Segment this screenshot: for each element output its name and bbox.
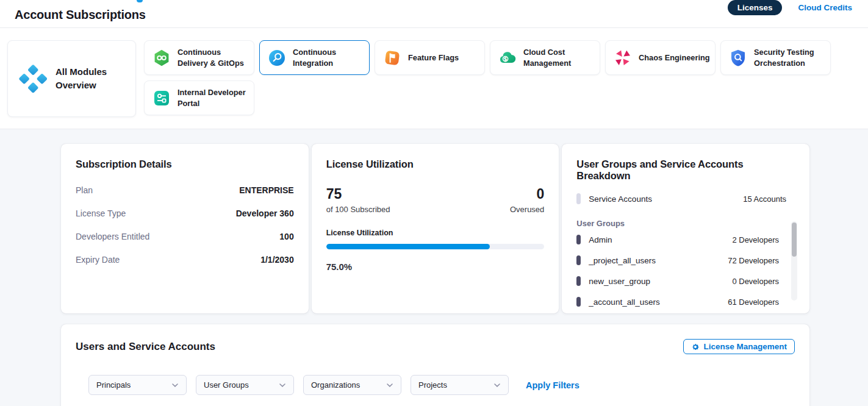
row-label: License Type xyxy=(76,208,126,218)
select-value: Principals xyxy=(96,380,131,390)
select-value: Organizations xyxy=(311,380,360,390)
user-groups-filter-select[interactable]: User Groups xyxy=(196,375,294,395)
module-tile-continuous-integration[interactable]: Continuous Integration xyxy=(259,40,370,75)
user-groups-heading: User Groups xyxy=(576,219,795,228)
row-value: ENTERPRISE xyxy=(239,185,293,195)
license-management-button[interactable]: License Management xyxy=(683,339,795,354)
all-modules-icon xyxy=(19,65,47,93)
groups-scrollbar[interactable] xyxy=(791,221,797,301)
utilization-progress-track xyxy=(326,244,545,249)
user-group-row: _project_all_users 72 Developers xyxy=(576,250,795,271)
overused-count: 0 xyxy=(510,186,544,202)
user-groups-list: Admin 2 Developers _project_all_users 72… xyxy=(576,229,795,312)
group-name: new_user_group xyxy=(589,277,650,286)
filters-row: Principals User Groups Organizations Pro… xyxy=(76,375,795,395)
summary-cards-row: Subscription Details Plan ENTERPRISE Lic… xyxy=(61,144,809,313)
page-title: Account Subscriptions xyxy=(15,8,146,22)
group-marker xyxy=(576,297,581,307)
cd-gitops-icon xyxy=(152,49,171,67)
license-utilization-title: License Utilization xyxy=(326,158,545,170)
module-tile-chaos-engineering[interactable]: Chaos Engineering xyxy=(605,40,716,75)
user-group-row: Admin 2 Developers xyxy=(576,229,795,250)
groups-scrollbar-thumb[interactable] xyxy=(792,223,797,257)
overused-caption: Overused xyxy=(510,205,544,214)
module-tile-label: Internal Developer Portal xyxy=(178,87,252,109)
row-label: Developers Entitled xyxy=(76,232,149,241)
group-value: 72 Developers xyxy=(728,256,779,265)
clipped-nav-icon xyxy=(137,0,143,2)
used-caption: of 100 Subscribed xyxy=(326,205,390,214)
subscription-row-plan: Plan ENTERPRISE xyxy=(76,185,294,195)
page-header: Account Subscriptions Licenses Cloud Cre… xyxy=(0,0,868,28)
license-management-label: License Management xyxy=(703,342,787,351)
group-name: Admin xyxy=(589,235,612,244)
modules-band: All Modules Overview Continuous Delivery… xyxy=(0,28,868,129)
service-accounts-row: Service Accounts 15 Accounts xyxy=(576,193,795,204)
row-value: Developer 360 xyxy=(236,208,294,218)
subscription-details-card: Subscription Details Plan ENTERPRISE Lic… xyxy=(61,144,309,313)
module-tile-internal-developer-portal[interactable]: Internal Developer Portal xyxy=(144,80,254,115)
service-accounts-label: Service Accounts xyxy=(589,194,652,204)
row-value: 1/1/2030 xyxy=(260,255,294,265)
group-value: 2 Developers xyxy=(732,235,779,244)
service-accounts-marker xyxy=(576,193,581,204)
users-section-header: Users and Service Accounts License Manag… xyxy=(76,339,795,354)
license-stats: 75 of 100 Subscribed 0 Overused xyxy=(326,186,545,214)
chevron-down-icon xyxy=(279,383,286,388)
projects-filter-select[interactable]: Projects xyxy=(411,375,509,395)
group-value: 61 Developers xyxy=(728,297,779,307)
users-service-accounts-card: Users and Service Accounts License Manag… xyxy=(61,324,809,406)
row-label: Plan xyxy=(76,185,93,195)
main-content: Subscription Details Plan ENTERPRISE Lic… xyxy=(0,129,868,406)
group-name: _project_all_users xyxy=(589,256,656,265)
chevron-down-icon xyxy=(171,383,179,388)
utilization-progress-fill xyxy=(326,244,490,249)
group-marker xyxy=(576,276,581,286)
internal-developer-portal-icon xyxy=(152,89,171,107)
row-value: 100 xyxy=(279,232,293,241)
chevron-down-icon xyxy=(493,383,501,388)
module-tile-cloud-cost-management[interactable]: $ Cloud Cost Management xyxy=(490,40,600,75)
license-utilization-card: License Utilization 75 of 100 Subscribed… xyxy=(312,144,559,313)
select-value: User Groups xyxy=(204,380,249,390)
select-value: Projects xyxy=(418,380,447,390)
overused-stat: 0 Overused xyxy=(510,186,544,214)
subscription-row-expiry-date: Expiry Date 1/1/2030 xyxy=(76,255,294,265)
utilization-percent: 75.0% xyxy=(326,262,545,272)
breakdown-title: User Groups and Service Accounts Breakdo… xyxy=(576,158,795,182)
licenses-button[interactable]: Licenses xyxy=(728,0,783,15)
group-name: _account_all_users xyxy=(589,297,659,307)
group-marker xyxy=(576,255,581,265)
module-tiles: Continuous Delivery & GitOps Continuous … xyxy=(144,40,861,116)
group-value: 0 Developers xyxy=(732,277,779,286)
subscription-row-license-type: License Type Developer 360 xyxy=(76,208,294,218)
user-group-row: _account_all_users 61 Developers xyxy=(576,291,795,312)
module-tile-cd-gitops[interactable]: Continuous Delivery & GitOps xyxy=(144,40,254,75)
module-tile-label: Security Testing Orchestration xyxy=(754,47,828,68)
module-tile-label: Feature Flags xyxy=(408,52,482,63)
module-tile-feature-flags[interactable]: Feature Flags xyxy=(375,40,485,75)
service-accounts-value: 15 Accounts xyxy=(743,194,786,204)
module-tile-label: Continuous Delivery & GitOps xyxy=(178,47,252,68)
security-testing-icon xyxy=(729,49,747,67)
feature-flags-icon xyxy=(383,49,401,67)
continuous-integration-icon xyxy=(268,49,286,67)
gear-icon xyxy=(691,343,700,351)
module-tile-label: Chaos Engineering xyxy=(639,52,713,63)
row-label: Expiry Date xyxy=(76,255,120,265)
all-modules-overview-tile[interactable]: All Modules Overview xyxy=(7,40,136,117)
principals-filter-select[interactable]: Principals xyxy=(88,375,187,395)
organizations-filter-select[interactable]: Organizations xyxy=(303,375,401,395)
subscription-details-title: Subscription Details xyxy=(76,158,294,170)
module-tile-label: Cloud Cost Management xyxy=(523,47,598,68)
module-tile-security-testing-orchestration[interactable]: Security Testing Orchestration xyxy=(720,40,831,75)
apply-filters-link[interactable]: Apply Filters xyxy=(526,380,579,390)
header-actions: Licenses Cloud Credits xyxy=(728,0,852,16)
group-marker xyxy=(576,235,581,244)
chaos-engineering-icon xyxy=(614,49,632,67)
utilization-bar-label: License Utilization xyxy=(326,229,545,237)
chevron-down-icon xyxy=(386,383,393,388)
cloud-credits-link[interactable]: Cloud Credits xyxy=(798,3,852,12)
subscription-details-rows: Plan ENTERPRISE License Type Developer 3… xyxy=(76,185,294,265)
cloud-cost-icon: $ xyxy=(498,49,517,67)
